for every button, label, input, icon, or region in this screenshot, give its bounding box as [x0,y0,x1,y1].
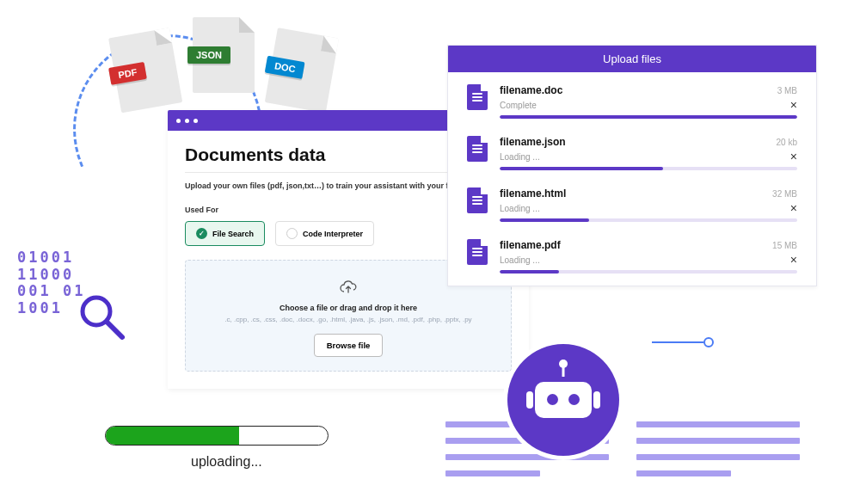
upload-progress-fill [106,427,239,445]
binary-decor: 01001 11000 001 01 1001 [17,249,85,317]
node-decor [652,337,714,347]
option-code-interpreter[interactable]: Code Interpreter [275,221,374,246]
doc-badge: DOC [265,28,339,113]
text-lines-decor [636,421,800,476]
file-progress-fill [500,270,559,274]
file-progress-fill [500,167,663,170]
remove-file-button[interactable]: × [790,99,797,111]
upload-panel-title: Upload files [448,46,816,72]
file-row: filename.pdf15 MBLoading ...× [448,230,816,282]
pdf-badge-label: PDF [108,62,147,85]
option-file-search-label: File Search [212,230,254,238]
cloud-upload-icon [339,280,358,295]
pdf-badge: PDF [108,28,182,113]
file-progress-fill [500,115,797,119]
json-badge: JSON [193,17,255,93]
file-progress [500,115,797,119]
file-size: 15 MB [772,241,797,250]
file-status: Loading ... [500,255,540,265]
remove-file-button[interactable]: × [790,202,797,214]
radio-icon [286,228,298,239]
file-name: filename.pdf [500,239,561,251]
file-size: 3 MB [777,86,797,95]
option-code-interpreter-label: Code Interpreter [303,230,363,238]
remove-file-button[interactable]: × [790,151,797,163]
file-status: Loading ... [500,152,540,162]
file-progress-fill [500,218,589,222]
file-icon [467,187,488,213]
upload-progress-bar [105,426,329,446]
file-icon [467,136,488,162]
file-progress [500,167,797,170]
file-name: filename.doc [500,84,562,96]
file-name: filename.json [500,136,566,148]
upload-file-list: filename.doc3 MBComplete×filename.json20… [448,72,816,286]
file-icon [467,239,488,265]
json-badge-label: JSON [187,46,230,64]
dropzone-extensions: .c, .cpp, .cs, .css, .doc, .docx, .go, .… [194,316,502,323]
magnifier-icon [77,292,129,344]
file-status: Complete [500,101,537,110]
file-name: filename.html [500,187,566,200]
file-progress [500,270,797,274]
remove-file-button[interactable]: × [790,254,797,266]
robot-avatar [507,344,619,456]
file-row: filename.doc3 MBComplete× [448,76,816,127]
check-icon: ✓ [196,228,207,239]
file-size: 20 kb [777,138,797,147]
browse-file-label: Browse file [327,341,371,350]
dropzone-title: Choose a file or drag and drop it here [194,304,502,312]
file-status: Loading ... [500,204,540,213]
doc-badge-label: DOC [265,56,305,79]
browse-file-button[interactable]: Browse file [314,334,384,357]
file-row: filename.json20 kbLoading ...× [448,127,816,179]
upload-progress-label: uploading... [191,454,262,470]
file-size: 32 MB [772,189,797,199]
option-file-search[interactable]: ✓ File Search [185,221,265,246]
file-type-badges: PDF JSON DOC [112,17,335,93]
svg-line-1 [107,322,122,337]
upload-files-panel: Upload files filename.doc3 MBComplete×fi… [447,45,817,286]
file-progress [500,218,797,222]
file-icon [467,84,488,110]
file-row: filename.html32 MBLoading ...× [448,179,816,230]
